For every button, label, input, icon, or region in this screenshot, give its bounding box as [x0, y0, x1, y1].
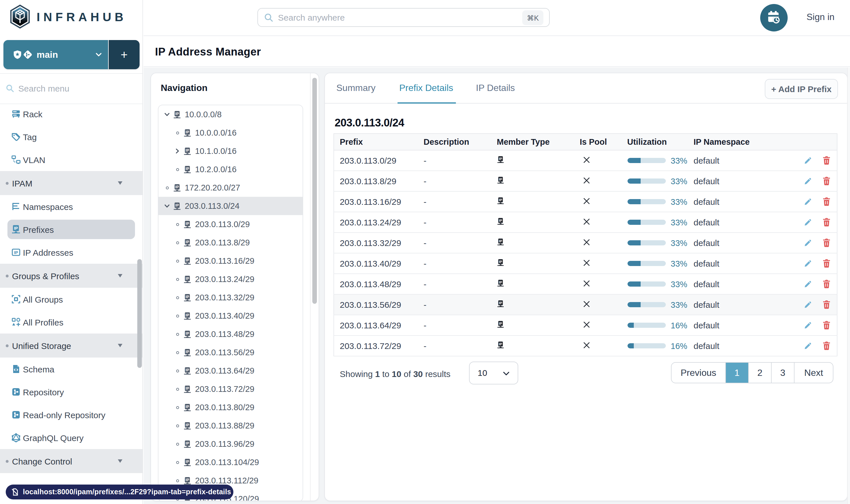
svg-text:IP: IP [499, 322, 502, 325]
svg-text:IP: IP [186, 148, 189, 152]
svg-text:IP: IP [186, 166, 189, 170]
svg-text:IP: IP [186, 422, 189, 427]
svg-text:IP: IP [499, 239, 502, 243]
svg-text:IP: IP [186, 130, 189, 134]
svg-text:IP: IP [186, 313, 189, 317]
svg-text:IP: IP [499, 177, 502, 181]
svg-text:IP: IP [499, 157, 502, 161]
svg-text:IP: IP [186, 441, 189, 445]
svg-text:IP: IP [499, 342, 502, 346]
svg-text:IP: IP [186, 258, 189, 262]
svg-text:IP: IP [499, 301, 502, 305]
svg-text:IP: IP [186, 221, 189, 226]
svg-text:IP: IP [186, 349, 189, 354]
svg-text:IP: IP [14, 250, 18, 255]
svg-text:IP: IP [186, 386, 189, 390]
svg-text:IP: IP [499, 280, 502, 284]
svg-text:IP: IP [499, 260, 502, 264]
svg-text:IP: IP [175, 184, 179, 189]
svg-text:IP: IP [186, 276, 189, 280]
svg-text:IP: IP [14, 226, 18, 231]
svg-text:IP: IP [186, 331, 189, 335]
svg-text:IP: IP [175, 111, 179, 115]
svg-text:IP: IP [499, 198, 502, 202]
svg-text:IP: IP [499, 218, 502, 222]
svg-text:IP: IP [186, 478, 189, 482]
svg-text:IP: IP [186, 404, 189, 409]
svg-text:IP: IP [175, 203, 179, 207]
svg-text:IP: IP [186, 239, 189, 244]
svg-text:IP: IP [186, 294, 189, 299]
svg-text:IP: IP [186, 459, 189, 463]
svg-text:IP: IP [186, 367, 189, 372]
